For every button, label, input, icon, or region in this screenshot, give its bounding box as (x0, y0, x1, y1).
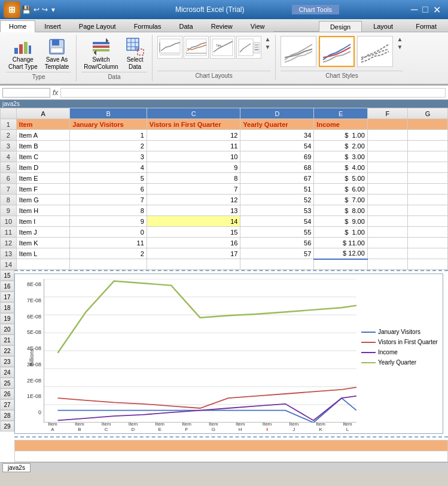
cell-b6[interactable]: 5 (70, 173, 147, 184)
cell-b1[interactable]: January Visitors (70, 119, 147, 130)
cell-d9[interactable]: 53 (240, 205, 314, 216)
col-header-g[interactable]: G (407, 108, 447, 119)
tab-view[interactable]: View (242, 20, 274, 32)
cell-g10[interactable] (407, 216, 447, 227)
chart-layout-3[interactable]: Title (210, 36, 235, 59)
cell-d8[interactable]: 52 (240, 195, 314, 205)
col-header-d[interactable]: D (240, 108, 314, 119)
tab-page-layout[interactable]: Page Layout (70, 20, 125, 32)
cell-d10[interactable]: 54 (240, 216, 314, 227)
cell-a13[interactable]: Item L (16, 248, 69, 259)
cell-f14[interactable] (367, 259, 407, 270)
tab-formulas[interactable]: Formulas (125, 20, 170, 32)
col-header-e[interactable]: E (314, 108, 367, 119)
chart-style-scroll-up[interactable]: ▲ (397, 36, 403, 42)
tab-data[interactable]: Data (170, 20, 202, 32)
cell-d7[interactable]: 51 (240, 184, 314, 195)
cell-g9[interactable] (407, 205, 447, 216)
cell-g1[interactable] (407, 119, 447, 130)
cell-c1[interactable]: Vistors in First Quarter (147, 119, 240, 130)
cell-e11[interactable]: $ 1.00 (314, 227, 367, 238)
dropdown-arrow-icon[interactable]: ▼ (50, 7, 56, 13)
cell-e4[interactable]: $ 3.00 (314, 151, 367, 162)
cell-f5[interactable] (367, 162, 407, 173)
cell-c11[interactable]: 15 (147, 227, 240, 238)
undo-icon[interactable]: ↩ (33, 5, 39, 14)
cell-g2[interactable] (407, 130, 447, 141)
tab-review[interactable]: Review (202, 20, 242, 32)
cell-f12[interactable] (367, 238, 407, 248)
cell-a3[interactable]: Item B (16, 141, 69, 151)
cell-e6[interactable]: $ 5.00 (314, 173, 367, 184)
cell-e8[interactable]: $ 7.00 (314, 195, 367, 205)
cell-d13[interactable]: 57 (240, 248, 314, 259)
cell-a6[interactable]: Item E (16, 173, 69, 184)
cell-a5[interactable]: Item D (16, 162, 69, 173)
cell-f11[interactable] (367, 227, 407, 238)
cell-a1[interactable]: Item (16, 119, 69, 130)
formula-input[interactable] (60, 88, 446, 98)
cell-g7[interactable] (407, 184, 447, 195)
cell-f9[interactable] (367, 205, 407, 216)
cell-a8[interactable]: Item G (16, 195, 69, 205)
minimize-icon[interactable]: ─ (411, 4, 417, 16)
cell-g13[interactable] (407, 248, 447, 259)
cell-b10[interactable]: 9 (70, 216, 147, 227)
maximize-icon[interactable]: □ (422, 4, 428, 16)
office-button[interactable]: ⊞ (4, 1, 20, 18)
cell-g14[interactable] (407, 259, 447, 270)
chart-layout-4[interactable] (236, 36, 261, 59)
cell-f4[interactable] (367, 151, 407, 162)
cell-g5[interactable] (407, 162, 447, 173)
col-header-a[interactable]: A (16, 108, 69, 119)
cell-e2[interactable]: $ 1.00 (314, 130, 367, 141)
cell-c14[interactable] (147, 259, 240, 270)
cell-b11[interactable]: 0 (70, 227, 147, 238)
cell-d3[interactable]: 54 (240, 141, 314, 151)
change-chart-type-button[interactable]: ChangeChart Type (6, 36, 40, 72)
tab-insert[interactable]: Insert (35, 20, 70, 32)
cell-a10[interactable]: Item I (16, 216, 69, 227)
cell-g12[interactable] (407, 238, 447, 248)
cell-f3[interactable] (367, 141, 407, 151)
chart-layout-scroll-up[interactable]: ▲ (265, 36, 271, 42)
cell-b2[interactable]: 1 (70, 130, 147, 141)
cell-f2[interactable] (367, 130, 407, 141)
cell-e3[interactable]: $ 2.00 (314, 141, 367, 151)
cell-f13[interactable] (367, 248, 407, 259)
tab-design[interactable]: Design (319, 21, 362, 32)
cell-b5[interactable]: 4 (70, 162, 147, 173)
cell-a2[interactable]: Item A (16, 130, 69, 141)
cell-g4[interactable] (407, 151, 447, 162)
sheet-tab-java2s[interactable]: java2s (2, 463, 31, 472)
chart-box[interactable]: 8E-08 7E-08 6E-08 5E-08 4E-08 3E-08 2E-0… (14, 274, 443, 434)
cell-c5[interactable]: 9 (147, 162, 240, 173)
tab-home[interactable]: Home (0, 20, 35, 32)
cell-f8[interactable] (367, 195, 407, 205)
cell-g8[interactable] (407, 195, 447, 205)
cell-a14[interactable] (16, 259, 69, 270)
cell-d11[interactable]: 55 (240, 227, 314, 238)
cell-c13[interactable]: 17 (147, 248, 240, 259)
cell-e5[interactable]: $ 4.00 (314, 162, 367, 173)
cell-g3[interactable] (407, 141, 447, 151)
tab-format[interactable]: Format (404, 21, 448, 32)
cell-b7[interactable]: 6 (70, 184, 147, 195)
cell-e12[interactable]: $ 11.00 (314, 238, 367, 248)
chart-style-scroll-down[interactable]: ▼ (397, 44, 403, 50)
chart-style-3[interactable] (357, 36, 393, 67)
chart-layout-scroll-down[interactable]: ▼ (265, 44, 271, 50)
cell-c10[interactable]: 14 (147, 216, 240, 227)
cell-d2[interactable]: 34 (240, 130, 314, 141)
cell-d12[interactable]: 56 (240, 238, 314, 248)
cell-f6[interactable] (367, 173, 407, 184)
cell-d4[interactable]: 69 (240, 151, 314, 162)
save-as-template-button[interactable]: Save AsTemplate (42, 36, 72, 72)
cell-c8[interactable]: 12 (147, 195, 240, 205)
redo-icon[interactable]: ↪ (42, 5, 48, 14)
chart-style-2[interactable] (319, 36, 355, 67)
cell-e9[interactable]: $ 8.00 (314, 205, 367, 216)
save-icon[interactable]: 💾 (22, 5, 31, 14)
cell-f1[interactable] (367, 119, 407, 130)
cell-d14[interactable] (240, 259, 314, 270)
